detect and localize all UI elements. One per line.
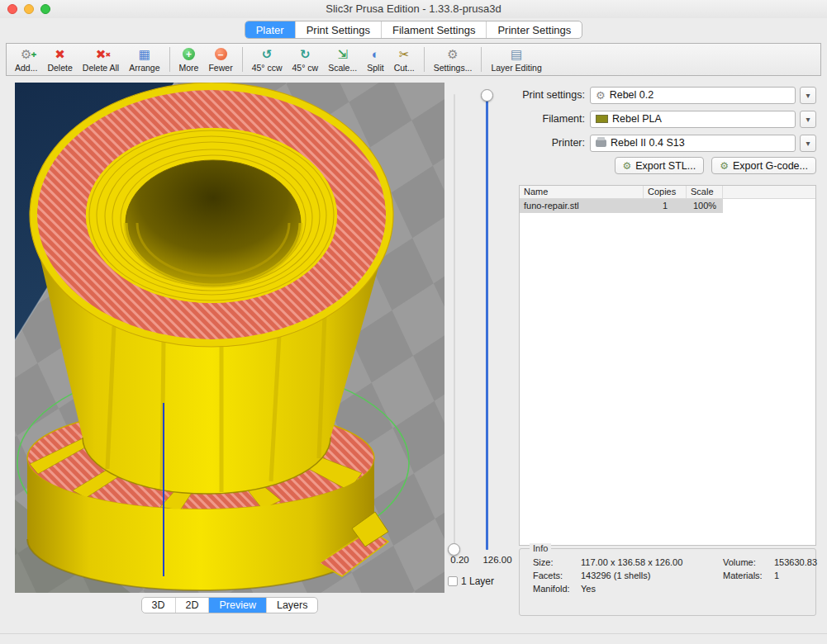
print-settings-select[interactable]: ⚙ Rebel 0.2 [590,87,796,104]
tab-plater[interactable]: Plater [245,21,295,38]
window-bottom-divider [0,633,827,634]
scale-button[interactable]: ⇲ Scale... [323,45,362,74]
chevron-down-icon: ▾ [806,115,810,124]
model-object[interactable] [27,83,393,590]
column-name[interactable]: Name [520,186,644,198]
filament-swatch [596,115,608,123]
tab-print-settings[interactable]: Print Settings [295,21,381,38]
view-2d-button[interactable]: 2D [175,598,209,613]
gear-icon: ⚙ [720,160,729,172]
facets-value: 143296 (1 shells) [581,571,723,580]
volume-value: 153630.83 [774,557,817,567]
bottom-layer-value: 0.20 [444,555,475,565]
delete-all-button[interactable]: ✖✖ Delete All [78,45,124,74]
delete-all-icon: ✖✖ [96,47,107,62]
table-header: Name Copies Scale [520,186,815,199]
view-3d-button[interactable]: 3D [142,598,175,613]
gear-icon: ⚙ [596,89,606,102]
filament-select[interactable]: Rebel PLA [590,111,796,128]
tab-filament-settings[interactable]: Filament Settings [381,21,486,38]
printer-icon [596,140,606,147]
printer-value: Rebel II 0.4 S13 [611,137,685,149]
right-panel: Print settings: ⚙ Rebel 0.2 ▾ Filament: … [519,86,816,623]
one-layer-control: 1 Layer [448,575,494,587]
export-stl-button[interactable]: ⚙ Export STL... [615,157,705,174]
cell-name: funo-repair.stl [520,199,644,213]
export-gcode-button[interactable]: ⚙ Export G-code... [711,157,816,174]
toolbar-separator [481,47,482,72]
rotate-cw-button[interactable]: ↻ 45° cw [288,45,324,74]
app-window: Slic3r Prusa Edition - 1.33.8-prusa3d Pl… [0,0,827,644]
view-layers-button[interactable]: Layers [266,598,318,613]
split-icon: ◐ [372,47,379,62]
delete-button[interactable]: ✖ Delete [42,45,77,74]
titlebar: Slic3r Prusa Edition - 1.33.8-prusa3d [0,0,827,18]
cut-icon: ✂ [399,47,410,62]
bottom-layer-slider-track[interactable] [454,94,455,550]
facets-label: Facets: [533,571,581,580]
toolbar-separator [242,47,243,72]
printer-select[interactable]: Rebel II 0.4 S13 [590,135,796,152]
one-layer-label: 1 Layer [461,575,494,587]
chevron-down-icon: ▾ [806,91,810,100]
split-button[interactable]: ◐ Split [362,45,388,74]
chevron-down-icon: ▾ [806,139,810,148]
layer-editing-icon: ▤ [511,47,522,62]
view-preview-button[interactable]: Preview [208,598,265,613]
print-settings-value: Rebel 0.2 [610,89,654,101]
column-copies[interactable]: Copies [644,186,687,198]
one-layer-checkbox[interactable] [448,576,458,586]
size-value: 117.00 x 136.58 x 126.00 [581,557,723,567]
fewer-button[interactable]: – Fewer [203,45,237,74]
cell-copies: 1 [644,199,687,213]
filament-dropdown-button[interactable]: ▾ [800,111,816,128]
scale-icon: ⇲ [337,47,348,62]
tab-printer-settings[interactable]: Printer Settings [486,21,582,38]
tab-group: Plater Print Settings Filament Settings … [245,21,583,39]
toolbar-separator [424,47,425,72]
arrange-icon: ▦ [139,47,150,62]
more-icon: + [183,47,195,62]
toolbar-separator [169,47,170,72]
materials-value: 1 [774,571,817,580]
arrange-button[interactable]: ▦ Arrange [124,45,164,74]
window-title: Slic3r Prusa Edition - 1.33.8-prusa3d [0,2,827,15]
layer-slider-panel: 0.20 126.00 1 Layer [444,83,519,599]
printer-dropdown-button[interactable]: ▾ [800,135,816,152]
fewer-icon: – [215,47,227,62]
rotate-ccw-button[interactable]: ↺ 45° ccw [247,45,288,74]
cut-button[interactable]: ✂ Cut... [389,45,420,74]
top-layer-slider-thumb[interactable] [481,89,493,102]
rotate-cw-icon: ↻ [300,47,311,62]
rotate-ccw-icon: ↺ [262,47,273,62]
tab-bar: Plater Print Settings Filament Settings … [0,21,827,40]
bottom-layer-slider-thumb[interactable] [448,543,460,556]
printer-label: Printer: [519,137,590,149]
info-box-title: Info [530,543,551,553]
delete-icon: ✖ [55,47,65,62]
materials-label: Materials: [723,571,774,580]
print-settings-dropdown-button[interactable]: ▾ [800,87,816,104]
object-table: Name Copies Scale funo-repair.stl 1 100% [519,185,816,546]
top-layer-value: 126.00 [478,555,516,565]
add-button[interactable]: ⚙✚ Add... [10,45,42,74]
gear-icon: ⚙ [623,160,632,172]
toolbar: ⚙✚ Add... ✖ Delete ✖✖ Delete All ▦ Arran… [6,43,821,76]
top-layer-slider-track[interactable] [486,94,488,550]
add-icon: ⚙✚ [21,47,31,62]
filament-label: Filament: [519,113,590,125]
more-button[interactable]: + More [174,45,204,74]
manifold-value: Yes [581,584,723,594]
layer-editing-button[interactable]: ▤ Layer Editing [486,45,546,74]
settings-button[interactable]: ⚙ Settings... [429,45,478,74]
size-label: Size: [533,557,581,567]
volume-label: Volume: [723,557,774,567]
manifold-label: Manifold: [533,584,581,594]
cell-scale: 100% [687,199,723,213]
info-box: Info Size: 117.00 x 136.58 x 126.00 Volu… [519,548,816,616]
table-row[interactable]: funo-repair.stl 1 100% [520,199,815,213]
3d-viewport[interactable] [15,83,444,593]
column-scale[interactable]: Scale [687,186,723,198]
view-mode-bar: 3D 2D Preview Layers [15,597,444,613]
filament-value: Rebel PLA [612,113,662,125]
